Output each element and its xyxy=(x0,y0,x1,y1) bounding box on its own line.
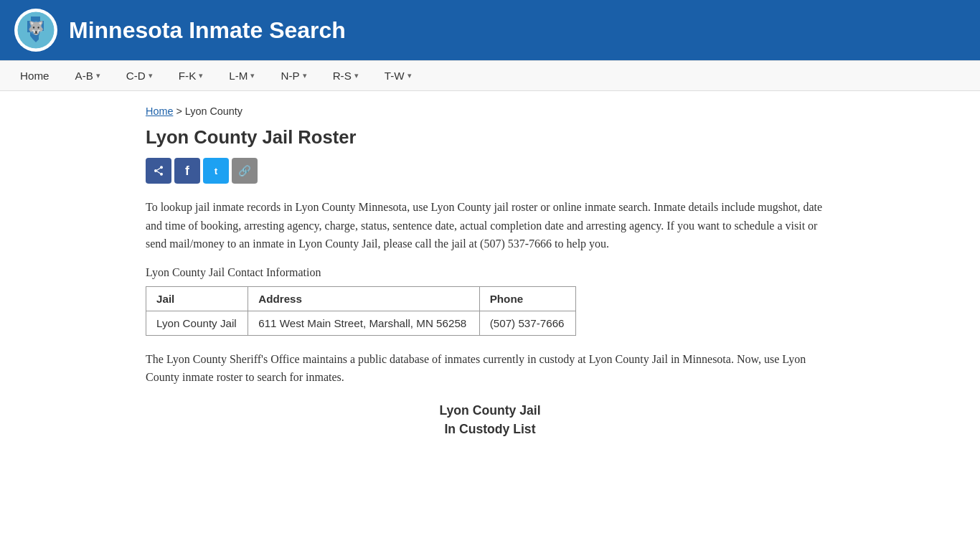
custody-title-line1: Lyon County Jail xyxy=(439,403,540,418)
nav-item-a-b[interactable]: A-B▾ xyxy=(62,61,113,90)
breadcrumb-home-link[interactable]: Home xyxy=(146,105,173,117)
svg-point-4 xyxy=(154,169,157,172)
nav-item-r-s[interactable]: R-S▾ xyxy=(320,61,372,90)
svg-line-6 xyxy=(157,168,161,170)
jail-contact-table: Jail Address Phone Lyon County Jail 611 … xyxy=(146,286,576,336)
table-head: Jail Address Phone xyxy=(146,286,576,311)
custody-title-line2: In Custody List xyxy=(444,422,535,436)
table-row: Lyon County Jail 611 West Main Street, M… xyxy=(146,311,576,335)
breadcrumb-separator: > xyxy=(176,105,184,117)
copy-link-button[interactable]: 🔗 xyxy=(232,158,258,184)
chevron-down-icon: ▾ xyxy=(250,71,255,80)
nav-item-t-w[interactable]: T-W▾ xyxy=(372,61,425,90)
link-icon: 🔗 xyxy=(238,165,251,177)
custody-list-title: Lyon County Jail In Custody List xyxy=(146,401,834,439)
breadcrumb: Home > Lyon County xyxy=(146,105,834,117)
facebook-share-button[interactable]: f xyxy=(174,158,200,184)
cell-jail-phone: (507) 537-7666 xyxy=(479,311,575,335)
nav-item-n-p[interactable]: N-P▾ xyxy=(268,61,319,90)
share-button[interactable] xyxy=(146,158,171,184)
nav-item-l-m[interactable]: L-M▾ xyxy=(216,61,268,90)
chevron-down-icon: ▾ xyxy=(354,71,359,80)
facebook-icon: f xyxy=(185,164,189,179)
nav-item-home[interactable]: Home xyxy=(7,61,62,90)
breadcrumb-current: Lyon County xyxy=(185,105,242,117)
site-header: 🐺 Minnesota Inmate Search xyxy=(0,0,980,60)
table-body: Lyon County Jail 611 West Main Street, M… xyxy=(146,311,576,335)
cell-jail-name: Lyon County Jail xyxy=(146,311,248,335)
nav-item-f-k[interactable]: F-K▾ xyxy=(166,61,216,90)
main-content: Home > Lyon County Lyon County Jail Rost… xyxy=(131,91,849,453)
col-jail: Jail xyxy=(146,286,248,311)
main-nav: HomeA-B▾C-D▾F-K▾L-M▾N-P▾R-S▾T-W▾ xyxy=(0,60,980,91)
site-title: Minnesota Inmate Search xyxy=(69,17,346,44)
twitter-icon: t xyxy=(215,166,218,176)
chevron-down-icon: ▾ xyxy=(199,71,203,80)
social-share-bar: f t 🔗 xyxy=(146,158,834,184)
chevron-down-icon: ▾ xyxy=(149,71,153,80)
table-header-row: Jail Address Phone xyxy=(146,286,576,311)
col-phone: Phone xyxy=(479,286,575,311)
page-title: Lyon County Jail Roster xyxy=(146,127,834,148)
cell-jail-address: 611 West Main Street, Marshall, MN 56258 xyxy=(248,311,480,335)
svg-line-7 xyxy=(157,171,161,174)
site-logo: 🐺 xyxy=(14,9,57,52)
nav-item-c-d[interactable]: C-D▾ xyxy=(113,61,166,90)
contact-section-heading: Lyon County Jail Contact Information xyxy=(146,266,834,279)
chevron-down-icon: ▾ xyxy=(96,71,100,80)
page-description: To lookup jail inmate records in Lyon Co… xyxy=(146,198,834,253)
twitter-share-button[interactable]: t xyxy=(203,158,229,184)
chevron-down-icon: ▾ xyxy=(407,71,412,80)
svg-text:🐺: 🐺 xyxy=(28,20,44,36)
col-address: Address xyxy=(248,286,480,311)
bottom-description: The Lyon County Sheriff's Office maintai… xyxy=(146,350,834,387)
chevron-down-icon: ▾ xyxy=(303,71,307,80)
